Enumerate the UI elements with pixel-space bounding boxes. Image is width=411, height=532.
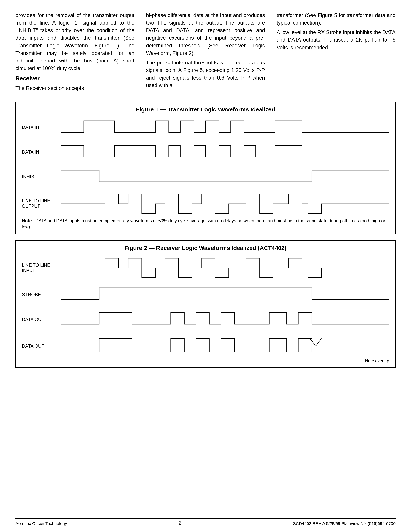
figure2-title: Figure 2 — Receiver Logic Waveforms Idea… bbox=[22, 245, 389, 253]
figure1-title: Figure 1 — Transmitter Logic Waveforms I… bbox=[22, 106, 389, 114]
line-to-line-output-row: LINE TO LINEOUTPUT bbox=[22, 192, 389, 215]
strobe-label: STROBE bbox=[22, 292, 61, 297]
data-in-bar-row: DATA IN bbox=[22, 142, 389, 162]
data-in-bar-waveform bbox=[61, 142, 389, 162]
footer-center: 2 bbox=[178, 520, 181, 526]
footer: Aeroflex Circuit Technology 2 SCD4402 RE… bbox=[16, 518, 395, 526]
col-2: bi-phase differential data at the input … bbox=[146, 12, 265, 94]
col-3: transformer (See Figure 5 for transforme… bbox=[277, 12, 395, 94]
line-to-line-input-label: LINE TO LINEINPUT bbox=[22, 263, 61, 273]
inhibit-label: INHIBIT bbox=[22, 174, 61, 180]
col3-para1: transformer (See Figure 5 for transforme… bbox=[277, 12, 395, 27]
data-in-waveform bbox=[61, 118, 389, 137]
data-out-row: DATA OUT bbox=[22, 310, 389, 329]
col-1: provides for the removal of the transmit… bbox=[16, 12, 134, 94]
figure2-box: Figure 2 — Receiver Logic Waveforms Idea… bbox=[16, 240, 395, 368]
svg-line-2 bbox=[316, 338, 321, 346]
figure1-note: Note: DATA and DATA inputs must be compl… bbox=[22, 218, 389, 230]
line-to-line-output-label: LINE TO LINEOUTPUT bbox=[22, 198, 61, 209]
inhibit-row: INHIBIT bbox=[22, 167, 389, 187]
data-out-bar-waveform bbox=[61, 334, 389, 358]
data-in-bar-label: DATA IN bbox=[22, 149, 61, 155]
col1-para2: The Receiver section accepts bbox=[16, 85, 134, 92]
page: provides for the removal of the transmit… bbox=[0, 0, 411, 532]
receiver-heading: Receiver bbox=[16, 74, 134, 83]
col1-para1: provides for the removal of the transmit… bbox=[16, 12, 134, 72]
data-out-waveform bbox=[61, 310, 389, 329]
col3-para2: A low level at the RX Strobe input inhib… bbox=[277, 29, 395, 51]
text-columns: provides for the removal of the transmit… bbox=[16, 12, 395, 94]
footer-left: Aeroflex Circuit Technology bbox=[16, 521, 67, 526]
col2-para1: bi-phase differential data at the input … bbox=[146, 12, 265, 57]
figure1-box: Figure 1 — Transmitter Logic Waveforms I… bbox=[16, 102, 395, 235]
data-in-label: DATA IN bbox=[22, 124, 61, 130]
strobe-waveform bbox=[61, 285, 389, 304]
data-out-label: DATA OUT bbox=[22, 317, 61, 322]
line-to-line-input-waveform bbox=[61, 256, 389, 280]
data-out-bar-row: DATA OUT bbox=[22, 334, 389, 358]
data-in-row: DATA IN bbox=[22, 118, 389, 137]
line-to-line-output-waveform bbox=[61, 192, 389, 215]
inhibit-waveform bbox=[61, 167, 389, 187]
svg-line-1 bbox=[310, 338, 316, 346]
col2-para2: The pre-set internal thresholds will det… bbox=[146, 59, 265, 89]
strobe-row: STROBE bbox=[22, 285, 389, 304]
note-overlap: Note overlap bbox=[22, 359, 389, 363]
data-out-bar-label: DATA OUT bbox=[22, 343, 61, 349]
footer-right: SCD4402 REV A 5/28/99 Plainview NY (516)… bbox=[293, 521, 395, 526]
line-to-line-input-row: LINE TO LINEINPUT bbox=[22, 256, 389, 280]
